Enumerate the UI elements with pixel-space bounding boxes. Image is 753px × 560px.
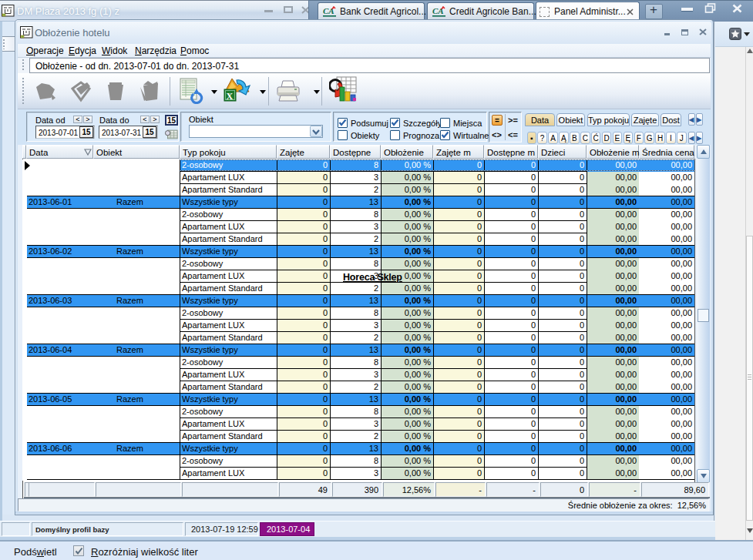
svg-text:CA: CA <box>323 6 334 15</box>
svg-text:X: X <box>227 91 234 102</box>
svg-text:CA: CA <box>432 6 444 15</box>
